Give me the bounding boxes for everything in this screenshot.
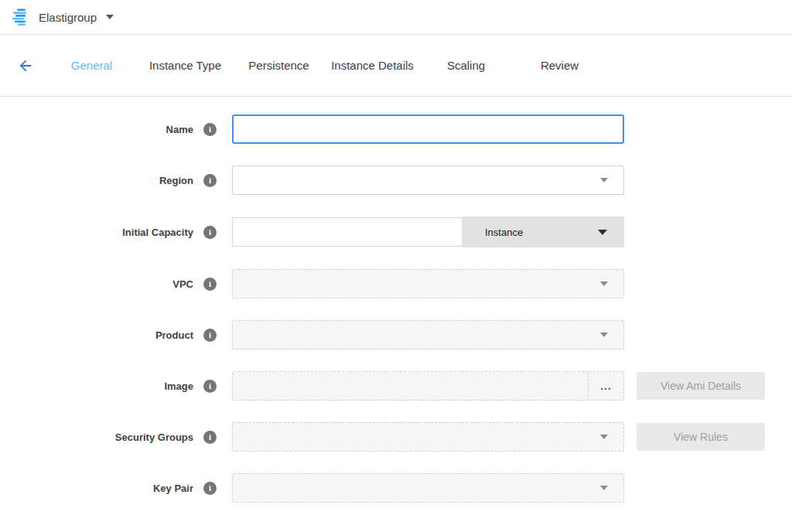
key-pair-label: Key Pair [153, 483, 193, 494]
image-input: ... [232, 371, 624, 401]
security-groups-label: Security Groups [115, 431, 193, 443]
tab-list: General Instance Type Persistence Instan… [45, 54, 606, 77]
info-icon[interactable]: i [203, 380, 217, 393]
tab-general[interactable]: General [45, 54, 138, 77]
general-form: Name i Region i Initial Capacity i Insta… [0, 97, 792, 503]
image-browse-button[interactable]: ... [588, 372, 623, 400]
product-label: Product [155, 329, 193, 341]
tab-instance-details[interactable]: Instance Details [326, 54, 419, 77]
form-row-vpc: VPC i [0, 269, 792, 298]
product-select [232, 320, 624, 350]
tab-persistence[interactable]: Persistence [232, 54, 326, 77]
form-row-region: Region i [0, 165, 792, 195]
chevron-down-icon [106, 15, 114, 19]
name-input[interactable] [232, 114, 624, 144]
form-row-initial-capacity: Initial Capacity i Instance [0, 217, 792, 247]
info-icon[interactable]: i [203, 174, 217, 187]
view-ami-details-button[interactable]: View Ami Details [637, 372, 765, 400]
vpc-label: VPC [172, 278, 193, 290]
info-glyph: i [209, 279, 211, 288]
info-icon[interactable]: i [203, 123, 217, 136]
app-header: Elastigroup [0, 0, 792, 35]
tab-instance-type[interactable]: Instance Type [138, 54, 232, 77]
capacity-unit-value: Instance [485, 227, 523, 238]
info-glyph: i [209, 432, 211, 442]
region-select[interactable] [232, 165, 624, 195]
info-glyph: i [209, 176, 211, 185]
form-row-security-groups: Security Groups i View Rules [0, 422, 792, 452]
info-glyph: i [209, 381, 211, 390]
initial-capacity-label: Initial Capacity [122, 227, 193, 238]
arrow-left-icon [17, 57, 34, 74]
vpc-select [232, 269, 624, 298]
image-label: Image [164, 380, 193, 392]
info-icon[interactable]: i [203, 431, 217, 444]
security-groups-select [232, 422, 624, 452]
info-icon[interactable]: i [203, 482, 217, 495]
form-row-name: Name i [0, 114, 792, 144]
info-icon[interactable]: i [203, 226, 217, 239]
tab-review[interactable]: Review [513, 54, 606, 77]
chevron-down-icon [600, 178, 608, 182]
back-button[interactable] [17, 56, 36, 75]
tab-scaling[interactable]: Scaling [419, 54, 513, 77]
chevron-down-icon [600, 486, 608, 490]
form-row-key-pair: Key Pair i [0, 473, 792, 503]
form-row-product: Product i [0, 320, 792, 350]
region-label: Region [159, 175, 193, 186]
form-row-image: Image i ... View Ami Details [0, 371, 792, 401]
chevron-down-icon [600, 281, 608, 286]
info-icon[interactable]: i [203, 278, 217, 291]
view-rules-button[interactable]: View Rules [637, 423, 765, 451]
elastigroup-logo-icon [12, 9, 31, 26]
product-name: Elastigroup [39, 11, 97, 24]
info-glyph: i [209, 483, 211, 493]
key-pair-select [232, 473, 624, 503]
image-value [233, 372, 588, 400]
info-glyph: i [209, 227, 211, 237]
chevron-down-icon [600, 332, 608, 337]
wizard-tabs: General Instance Type Persistence Instan… [0, 35, 792, 97]
chevron-down-icon [598, 230, 607, 235]
product-switcher[interactable]: Elastigroup [12, 9, 114, 26]
info-icon[interactable]: i [203, 329, 217, 342]
name-label: Name [166, 124, 193, 135]
info-glyph: i [209, 330, 211, 339]
chevron-down-icon [600, 435, 608, 439]
initial-capacity-input[interactable] [232, 217, 462, 247]
capacity-unit-select[interactable]: Instance [462, 217, 624, 247]
info-glyph: i [209, 124, 211, 134]
